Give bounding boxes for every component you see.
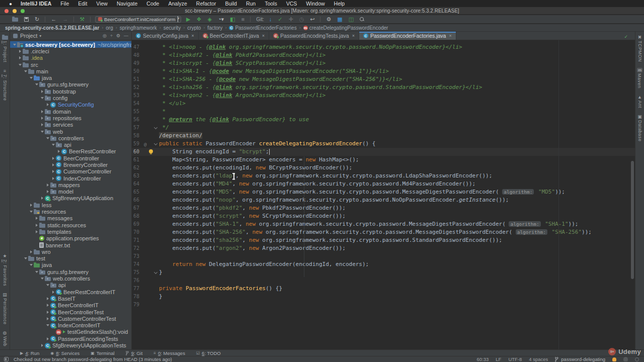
menu-item-file[interactable]: File — [56, 1, 73, 7]
close-icon[interactable]: × — [449, 33, 451, 38]
expand-arrow-icon[interactable] — [45, 190, 50, 193]
tree-item-securityconfig[interactable]: CSecurityConfig — [10, 102, 131, 108]
collapse-arrow-icon[interactable] — [45, 284, 50, 286]
menu-item-help[interactable]: Help — [330, 1, 350, 7]
git-branch-widget[interactable]: password-delegating — [555, 356, 605, 362]
expand-arrow-icon[interactable] — [56, 150, 61, 153]
code-line[interactable]: 50 * <li>SHA-1 - {@code new MessageDiges… — [132, 67, 635, 75]
collapse-arrow-icon[interactable] — [23, 70, 28, 72]
collapse-arrow-icon[interactable] — [29, 77, 34, 79]
file-encoding[interactable]: UTF-8 — [508, 356, 522, 362]
code-line[interactable]: 66 encoders.put("noop", org.springframew… — [132, 196, 635, 204]
line-number[interactable]: 56 — [132, 116, 142, 124]
tree-item-testgetindexslash-void[interactable]: mtestGetIndexSlash():void — [10, 329, 131, 335]
expand-arrow-icon[interactable] — [51, 177, 56, 180]
close-icon[interactable]: × — [262, 33, 265, 38]
tree-item-web[interactable]: web — [10, 128, 131, 135]
tree-item-sfgbreweryuiapplication[interactable]: CSfgBreweryUiApplication — [10, 195, 131, 202]
breadcrumb-item[interactable]: security — [163, 25, 182, 31]
code-line[interactable]: 74 return new DelegatingPasswordEncoder(… — [132, 260, 635, 268]
tree-item-services[interactable]: services — [10, 122, 131, 128]
tree-item-domain[interactable]: domain — [10, 108, 131, 115]
code-line[interactable]: 53 * <li>argon2 - {@link Argon2PasswordE… — [132, 92, 635, 100]
line-number[interactable]: 51 — [132, 75, 142, 83]
expand-arrow-icon[interactable] — [40, 90, 45, 93]
tree-item-templates[interactable]: templates — [10, 228, 131, 235]
breadcrumb-item[interactable]: CPasswordEncoderFactories — [228, 25, 297, 31]
line-number[interactable]: 69 — [132, 220, 142, 228]
tree-item-indexcontroller[interactable]: CIndexController — [10, 175, 131, 182]
coverage-icon[interactable]: ◈ — [204, 16, 214, 23]
code-line[interactable]: 63 encoders.put("ldap", new org.springfr… — [132, 172, 635, 180]
code-line[interactable]: 76 — [132, 277, 635, 285]
code-line[interactable]: 59@public static PasswordEncoder createD… — [132, 140, 635, 148]
tree-item-mappers[interactable]: mappers — [10, 182, 131, 188]
inspections-ok-icon[interactable]: ✓ — [624, 34, 628, 39]
menu-item-analyze[interactable]: Analyze — [164, 1, 191, 7]
chevron-down-icon[interactable]: ▾ — [39, 34, 41, 38]
line-number[interactable]: 54 — [132, 100, 142, 108]
code-line[interactable]: 48 * <li>pbkdf2 - {@link Pbkdf2PasswordE… — [132, 51, 635, 59]
git-update-icon[interactable]: ↓ — [266, 16, 275, 23]
build-hammer-icon[interactable]: ⚒ — [76, 16, 88, 23]
code-line[interactable]: 60 String encodingId = "bcrypt"; — [132, 148, 635, 156]
git-commit-icon[interactable]: ✓ — [275, 16, 285, 23]
tree-item-test[interactable]: test — [10, 255, 131, 262]
toolwindow-toggle-icon[interactable] — [4, 357, 9, 361]
toolwindow-structure[interactable]: ≡7: Structure — [3, 65, 8, 104]
notification-bell-icon[interactable] — [612, 357, 616, 361]
line-number[interactable]: 61 — [132, 156, 142, 164]
breadcrumb-item[interactable]: org — [105, 25, 114, 31]
tree-item-config[interactable]: config — [10, 95, 131, 101]
expand-arrow-icon[interactable] — [45, 184, 50, 187]
toolwindow-persistence[interactable]: ▤Persistence — [3, 289, 8, 328]
indent-setting[interactable]: 4 spaces — [529, 356, 548, 362]
code-line[interactable]: 68 encoders.put("scrypt", new SCryptPass… — [132, 212, 635, 220]
caret-position[interactable]: 60:33 — [477, 356, 489, 362]
menu-item-vcs[interactable]: VCS — [282, 1, 302, 7]
wrench-icon[interactable]: ⚙ — [323, 16, 334, 23]
line-separator[interactable]: LF — [496, 356, 501, 362]
line-number[interactable]: 74 — [132, 260, 142, 268]
toolwindow-messages[interactable]: ≡0: Messages — [153, 350, 185, 356]
line-number[interactable]: 67 — [132, 204, 142, 212]
collapse-arrow-icon[interactable] — [51, 144, 56, 146]
close-icon[interactable]: × — [191, 33, 194, 38]
code-line[interactable]: 77private PasswordEncoderFactories() {} — [132, 285, 635, 293]
code-line[interactable]: 78} — [132, 293, 635, 301]
code-line[interactable]: 72 encoders.put("argon2", new Argon2Pass… — [132, 244, 635, 252]
expand-arrow-icon[interactable] — [34, 230, 39, 233]
menu-item-edit[interactable]: Edit — [73, 1, 92, 7]
hide-panel-icon[interactable]: — — [124, 33, 128, 38]
settings-icon[interactable]: ⚙ — [116, 33, 120, 38]
menu-item-code[interactable]: Code — [142, 1, 164, 7]
tree-item-api[interactable]: api — [10, 282, 131, 289]
tree-item-repositories[interactable]: repositories — [10, 115, 131, 121]
expand-arrow-icon[interactable] — [40, 117, 45, 120]
window-title-bar[interactable]: scc-brewery – PasswordEncoderFactories.j… — [0, 7, 644, 15]
forward-icon[interactable]: → — [59, 16, 71, 23]
expand-arrow-icon[interactable] — [18, 50, 23, 53]
line-number[interactable]: 79 — [132, 301, 142, 309]
code-line[interactable]: 54 * </ul> — [132, 100, 635, 108]
expand-arrow-icon[interactable] — [40, 197, 45, 200]
line-number[interactable]: 53 — [132, 92, 142, 100]
tree-item-beercontroller[interactable]: CBeerController — [10, 155, 131, 161]
fold-marker-icon[interactable] — [154, 142, 157, 145]
code-line[interactable]: 58/deprecation/ — [132, 132, 635, 140]
collapse-arrow-icon[interactable] — [12, 44, 17, 46]
expand-arrow-icon[interactable] — [45, 304, 50, 307]
stop-icon[interactable]: ■ — [238, 16, 248, 23]
rollback-icon[interactable]: ↩ — [307, 16, 317, 23]
code-line[interactable]: 61 Map<String, PasswordEncoder> encoders… — [132, 156, 635, 164]
line-number[interactable]: 64 — [132, 180, 142, 188]
code-line[interactable]: 52 * <li>sha256 - {@link org.springframe… — [132, 83, 635, 92]
toolwindow-run[interactable]: ▶4: Run — [20, 350, 39, 356]
expand-arrow-icon[interactable] — [40, 110, 45, 113]
collapse-arrow-icon[interactable] — [18, 64, 23, 66]
line-number[interactable]: 62 — [132, 164, 142, 172]
run-window-icon[interactable]: ◫ — [346, 16, 357, 23]
tree-item--circleci[interactable]: .circleci — [10, 48, 131, 54]
tree-item-passwordencodingtests[interactable]: CPasswordEncodingTests — [10, 335, 131, 342]
toolwindow-project[interactable]: 1: Project — [2, 32, 8, 65]
